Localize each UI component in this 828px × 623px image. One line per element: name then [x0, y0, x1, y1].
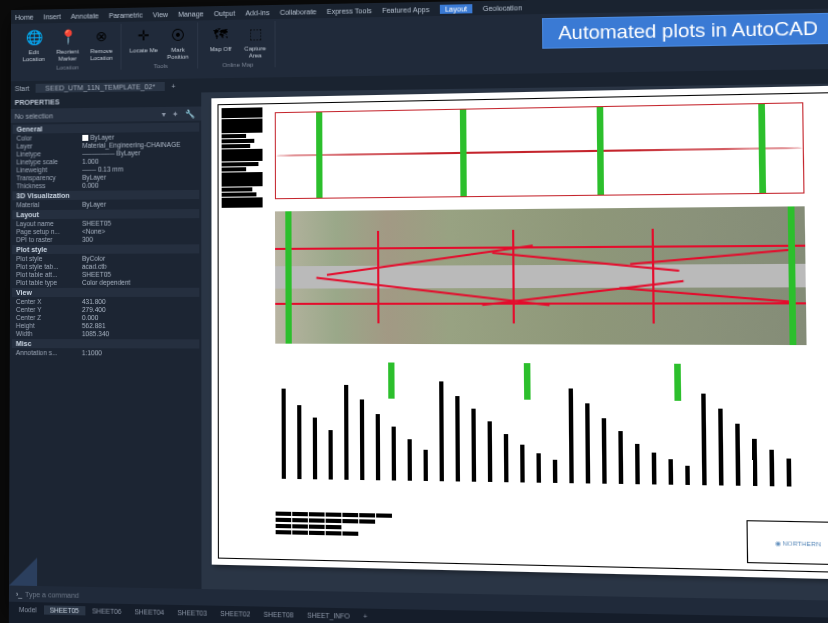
layout-tab--[interactable]: + — [357, 611, 374, 621]
prop-row[interactable]: DPI to raster300 — [12, 235, 199, 244]
prop-value[interactable]: Color dependent — [82, 278, 195, 285]
mark-position-button[interactable]: ⦿Mark Position — [162, 23, 194, 62]
drawing-canvas[interactable]: ◉ NORTHERN — [201, 83, 828, 601]
layout-tab-sheet02[interactable]: SHEET02 — [214, 608, 256, 618]
menu-item-layout[interactable]: Layout — [440, 4, 473, 14]
cross-section-viewport — [275, 356, 808, 487]
xsec-bar — [685, 466, 690, 485]
prop-key: Center Y — [16, 306, 82, 313]
roadway — [275, 264, 806, 289]
prop-row[interactable]: Width1085.340 — [12, 329, 199, 337]
layout-tab-model[interactable]: Model — [13, 604, 43, 614]
layout-tab-sheet05[interactable]: SHEET05 — [44, 605, 85, 615]
xsec-bar — [618, 431, 623, 484]
prop-key: Transparency — [16, 174, 82, 182]
prop-value[interactable]: ─────── ByLayer — [82, 149, 195, 157]
ribbon-group-tools: ✛Locate Me⦿Mark PositionTools — [125, 22, 199, 69]
prop-value[interactable]: Material_Engineering-CHAINAGE — [82, 140, 195, 148]
prop-value[interactable]: ─── 0.13 mm — [82, 165, 195, 173]
xsec-bar — [392, 427, 396, 481]
properties-tools[interactable]: ▾ ✦ 🔧 — [161, 109, 197, 118]
xsec-bar — [769, 450, 774, 487]
reorient-marker-button[interactable]: 📍Reorient Marker — [52, 25, 84, 63]
prop-value[interactable]: 300 — [82, 235, 195, 243]
prop-value[interactable]: 279.400 — [82, 306, 195, 313]
selection-dropdown[interactable]: No selection — [15, 111, 162, 120]
prop-value[interactable]: 0.000 — [82, 314, 195, 321]
title-block-logo: ◉ NORTHERN — [746, 520, 828, 565]
prop-row[interactable]: MaterialByLayer — [12, 199, 199, 208]
prop-row[interactable]: Page setup n...<None> — [12, 226, 199, 235]
prop-row[interactable]: Thickness0.000 — [12, 180, 199, 190]
prop-value[interactable]: SHEET05 — [82, 219, 195, 227]
markpos-icon: ⦿ — [167, 24, 189, 46]
prop-row[interactable]: Center X431.800 — [12, 297, 199, 305]
menu-item-parametric[interactable]: Parametric — [109, 11, 143, 19]
prop-value[interactable]: SHEET05 — [82, 270, 195, 277]
start-tab[interactable]: Start — [15, 84, 30, 91]
xsec-bar — [718, 409, 723, 486]
ribbon-button-label: Mark Position — [163, 47, 193, 61]
main-body: PROPERTIES No selection ▾ ✦ 🔧 GeneralCol… — [9, 83, 828, 601]
prop-value[interactable]: ByColor — [82, 254, 195, 261]
menu-item-collaborate[interactable]: Collaborate — [280, 8, 317, 16]
menu-item-geolocation[interactable]: Geolocation — [483, 4, 522, 12]
menu-item-featured-apps[interactable]: Featured Apps — [382, 5, 429, 13]
capture-area-button[interactable]: ⬚Capture Area — [239, 21, 272, 60]
prop-row[interactable]: Plot table att...SHEET05 — [12, 270, 199, 278]
prop-row[interactable]: Center Y279.400 — [12, 305, 199, 313]
xsec-bar — [360, 399, 365, 480]
prop-group-3d-visualization: 3D VisualizationMaterialByLayer — [12, 190, 199, 208]
menu-item-express-tools[interactable]: Express Tools — [327, 7, 372, 15]
ucs-icon — [9, 557, 37, 586]
file-tab[interactable]: SEED_UTM_11N_TEMPLATE_02* — [35, 81, 165, 92]
prop-value[interactable]: <None> — [82, 227, 195, 235]
prop-row[interactable]: Center Z0.000 — [12, 313, 199, 321]
prop-row[interactable]: Plot table typeColor dependent — [12, 278, 199, 286]
prop-value[interactable]: 0.000 — [82, 181, 195, 189]
add-tab[interactable]: + — [171, 82, 175, 89]
layout-tab-sheet03[interactable]: SHEET03 — [171, 607, 213, 617]
menu-item-manage[interactable]: Manage — [178, 10, 204, 17]
edit-location-button[interactable]: 🌐Edit Location — [18, 25, 50, 63]
prop-value[interactable]: 1085.340 — [82, 330, 195, 337]
prop-group-misc: MiscAnnotation s...1:1000UCS icon OnYesU… — [12, 339, 200, 355]
layout-tab-sheet08[interactable]: SHEET08 — [257, 609, 299, 619]
prop-value[interactable]: 562.881 — [82, 322, 195, 329]
prop-group-header[interactable]: View — [12, 288, 199, 297]
prop-row[interactable]: Plot styleByColor — [12, 254, 199, 263]
layout-tab-sheet-info[interactable]: SHEET_INFO — [301, 610, 356, 620]
prop-row[interactable]: Layout nameSHEET05 — [12, 218, 199, 227]
ribbon-button-label: Capture Area — [240, 45, 271, 59]
prop-value[interactable]: ByLayer — [82, 132, 195, 141]
xsec-bar — [376, 414, 381, 480]
prop-value[interactable]: 431.800 — [82, 298, 195, 305]
menu-item-insert[interactable]: Insert — [43, 13, 60, 20]
prop-row[interactable]: Plot style tab...acad.ctb — [12, 262, 199, 271]
layout-tab-sheet04[interactable]: SHEET04 — [128, 607, 170, 617]
schedule-table — [276, 512, 652, 561]
prop-row[interactable]: Height562.881 — [12, 321, 199, 329]
prop-group-view: ViewCenter X431.800Center Y279.400Center… — [12, 288, 199, 338]
menu-item-add-ins[interactable]: Add-ins — [245, 9, 269, 16]
title-banner: Automated plots in AutoCAD — [542, 13, 828, 49]
prop-value[interactable]: 1.000 — [82, 157, 195, 165]
prop-value[interactable]: acad.ctb — [82, 262, 195, 269]
menu-item-home[interactable]: Home — [15, 13, 34, 20]
prop-group-header[interactable]: Misc — [12, 339, 199, 349]
prop-value[interactable]: ByLayer — [82, 200, 195, 208]
xsec-bar — [313, 418, 317, 480]
menu-item-output[interactable]: Output — [214, 9, 235, 16]
locate-me-button[interactable]: ✛Locate Me — [128, 23, 160, 62]
remove-location-button[interactable]: ⊗Remove Location — [85, 24, 117, 63]
prop-key: Plot table type — [16, 279, 82, 286]
menu-item-view[interactable]: View — [153, 11, 168, 18]
map-off-button[interactable]: 🗺Map Off — [204, 22, 237, 61]
prop-key: Height — [16, 322, 82, 329]
prop-group-plot-style: Plot stylePlot styleByColorPlot style ta… — [12, 245, 199, 287]
prop-value[interactable]: ByLayer — [82, 173, 195, 181]
menu-item-annotate[interactable]: Annotate — [71, 12, 99, 19]
xglobe-icon: ⊗ — [90, 25, 112, 47]
prop-key: Thickness — [16, 182, 82, 190]
layout-tab-sheet06[interactable]: SHEET06 — [86, 606, 127, 616]
